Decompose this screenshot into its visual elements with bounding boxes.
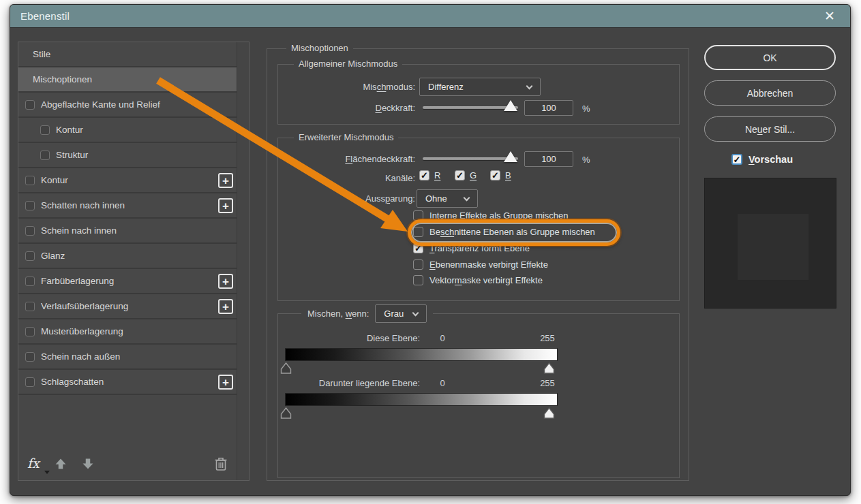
underlying-layer-highlight-handle[interactable] <box>543 407 555 419</box>
sidebar-item-struktur[interactable]: Struktur <box>18 143 237 168</box>
channel-label: B <box>505 170 511 180</box>
new-style-button-label: Neuer Stil... <box>745 124 795 135</box>
sidebar-item-label: Schein nach außen <box>41 351 120 362</box>
checkbox[interactable] <box>25 251 35 261</box>
sidebar-item-kontur-sub[interactable]: Kontur <box>18 118 237 143</box>
blend-if-value: Grau <box>376 309 413 319</box>
option-transparency-shapes-layer[interactable]: ✓ Transparenz formt Ebene <box>413 243 530 253</box>
knockout-dropdown[interactable]: Ohne <box>417 189 478 208</box>
checkbox-checked[interactable]: ✓ <box>455 170 465 180</box>
checkbox[interactable] <box>25 176 35 185</box>
new-style-button[interactable]: Neuer Stil... <box>704 116 836 142</box>
chevron-down-icon <box>412 309 419 316</box>
sidebar-item-musterueberlagerung[interactable]: Musterüberlagerung <box>18 319 237 345</box>
sidebar-scrollbar-track <box>237 42 249 480</box>
option-blend-clipped-layers[interactable]: Beschnittene Ebenen als Gruppe mischen <box>413 227 595 237</box>
panel-title: Mischoptionen <box>286 43 353 53</box>
sidebar-item-schlagschatten[interactable]: Schlagschatten + <box>18 370 237 395</box>
sidebar-item-farbueberlagerung[interactable]: Farbüberlagerung + <box>18 269 237 294</box>
underlying-layer-min: 0 <box>432 378 453 388</box>
this-layer-highlight-handle[interactable] <box>543 362 555 374</box>
checkbox-checked[interactable]: ✓ <box>731 154 742 165</box>
sidebar-item-label: Abgeflachte Kante und Relief <box>41 99 160 110</box>
channel-b[interactable]: ✓ B <box>490 170 511 180</box>
checkbox[interactable] <box>25 327 35 336</box>
sidebar-item-mischoptionen[interactable]: Mischoptionen <box>18 67 237 93</box>
checkbox[interactable] <box>25 352 35 362</box>
ok-button-label: OK <box>763 52 776 63</box>
sidebar-item-schein-nach-aussen[interactable]: Schein nach außen <box>18 345 237 370</box>
sidebar-item-label: Verlaufsüberlagerung <box>41 301 128 311</box>
option-label: Vektormaske verbirgt Effekte <box>429 275 543 285</box>
fill-opacity-slider-handle[interactable] <box>504 151 517 162</box>
option-label: Beschnittene Ebenen als Gruppe mischen <box>429 227 595 237</box>
checkbox-checked[interactable]: ✓ <box>490 170 500 180</box>
sidebar-item-kontur[interactable]: Kontur + <box>18 168 237 193</box>
sidebar-item-schatten-nach-innen[interactable]: Schatten nach innen + <box>18 193 237 219</box>
sidebar-item-stile[interactable]: Stile <box>18 42 237 67</box>
checkbox-unchecked[interactable] <box>413 227 423 237</box>
move-effect-up-icon[interactable] <box>54 457 67 471</box>
checkbox[interactable] <box>25 377 35 387</box>
blend-if-label: Mischen, wenn: <box>307 309 369 319</box>
group-legend: Erweiterter Mischmodus <box>294 132 398 142</box>
dialog-titlebar[interactable]: Ebenenstil ✕ <box>10 5 850 28</box>
option-label: Ebenenmaske verbirgt Effekte <box>429 259 548 270</box>
checkbox-checked[interactable]: ✓ <box>419 170 429 180</box>
checkbox[interactable] <box>40 151 50 160</box>
add-effect-button[interactable]: + <box>218 274 233 289</box>
checkbox[interactable] <box>40 125 50 135</box>
sidebar-item-verlaufsueberlagerung[interactable]: Verlaufsüberlagerung + <box>18 294 237 319</box>
move-effect-down-icon[interactable] <box>81 457 95 471</box>
add-effect-button[interactable]: + <box>218 198 233 213</box>
checkbox[interactable] <box>25 201 35 210</box>
checkbox[interactable] <box>25 302 35 311</box>
ok-button[interactable]: OK <box>704 45 836 70</box>
option-label: Transparenz formt Ebene <box>429 243 530 253</box>
cancel-button[interactable]: Abbrechen <box>704 80 836 106</box>
blend-if-dropdown[interactable]: Grau <box>375 304 427 323</box>
underlying-layer-gradient[interactable] <box>285 393 558 406</box>
sidebar-item-glanz[interactable]: Glanz <box>18 244 237 269</box>
sidebar-item-abgeflachte-kante[interactable]: Abgeflachte Kante und Relief <box>18 93 237 118</box>
channel-r[interactable]: ✓ R <box>419 170 440 180</box>
option-vector-mask-hides-effects[interactable]: Vektormaske verbirgt Effekte <box>413 275 543 285</box>
fx-menu-icon[interactable]: fx <box>27 456 40 471</box>
option-blend-interior-effects[interactable]: Interne Effekte als Gruppe mischen <box>413 210 569 221</box>
checkbox-unchecked[interactable] <box>413 210 423 221</box>
advanced-blending-group: Erweiterter Mischmodus Flächendeckkraft:… <box>277 138 680 301</box>
opacity-slider-handle[interactable] <box>504 100 517 111</box>
this-layer-shadow-handle[interactable] <box>280 362 292 374</box>
sidebar-item-label: Stile <box>33 49 50 59</box>
add-effect-button[interactable]: + <box>218 173 233 188</box>
channel-g[interactable]: ✓ G <box>455 170 477 180</box>
sidebar-item-label: Struktur <box>56 150 88 160</box>
add-effect-button[interactable]: + <box>218 375 233 390</box>
underlying-layer-max: 255 <box>532 378 563 388</box>
checkbox[interactable] <box>25 277 35 286</box>
styles-sidebar: Stile Mischoptionen Abgeflachte Kante un… <box>18 42 250 481</box>
sidebar-item-label: Schein nach innen <box>41 225 117 236</box>
fill-opacity-input[interactable]: 100 <box>524 151 573 167</box>
preview-toggle[interactable]: ✓ Vorschau <box>731 154 793 165</box>
opacity-input[interactable]: 100 <box>524 100 573 116</box>
option-layer-mask-hides-effects[interactable]: Ebenenmaske verbirgt Effekte <box>413 259 548 270</box>
checkbox-checked[interactable]: ✓ <box>413 243 423 253</box>
underlying-layer-shadow-handle[interactable] <box>280 407 292 419</box>
checkbox[interactable] <box>25 226 35 236</box>
styles-list: Stile Mischoptionen Abgeflachte Kante un… <box>18 42 237 480</box>
add-effect-button[interactable]: + <box>218 299 233 314</box>
checkbox-unchecked[interactable] <box>413 275 423 285</box>
knockout-value: Ohne <box>417 193 464 204</box>
this-layer-min: 0 <box>432 333 453 343</box>
checkbox-unchecked[interactable] <box>413 259 423 270</box>
checkbox[interactable] <box>25 100 35 110</box>
sidebar-item-label: Mischoptionen <box>33 74 92 84</box>
close-icon[interactable]: ✕ <box>824 8 835 25</box>
this-layer-max: 255 <box>532 333 563 343</box>
opacity-value: 100 <box>541 103 556 113</box>
this-layer-gradient[interactable] <box>285 348 558 361</box>
delete-effect-icon[interactable] <box>214 456 228 471</box>
sidebar-item-schein-nach-innen[interactable]: Schein nach innen <box>18 219 237 244</box>
blend-mode-dropdown[interactable]: Differenz <box>419 78 541 96</box>
